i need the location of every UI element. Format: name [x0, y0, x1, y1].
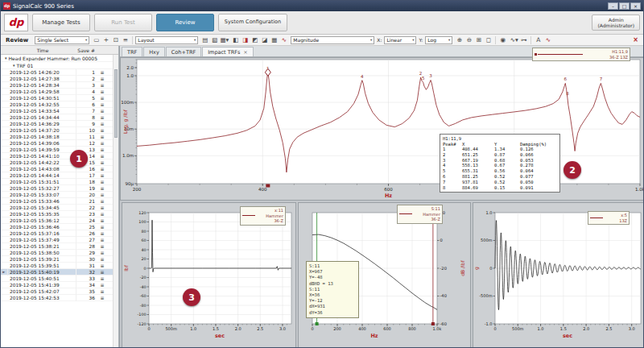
row-menu-icon[interactable]: ≡ — [97, 211, 107, 218]
peak-cursor-icon[interactable]: ∿▾ — [510, 35, 518, 44]
row-menu-icon[interactable]: ≡ — [97, 179, 107, 185]
menu-icon[interactable]: ≡ — [121, 35, 130, 44]
row-menu-icon[interactable]: ≡ — [97, 102, 107, 108]
row-menu-icon[interactable]: ≡ — [97, 114, 107, 121]
legend-response-time[interactable]: x:5 13Z — [588, 211, 630, 225]
harmonic-cursor-icon[interactable]: ∿ — [543, 35, 552, 44]
remove-pane-icon[interactable]: ◨ — [241, 35, 250, 44]
chart-tab-hxy[interactable]: Hxy — [143, 47, 165, 56]
layout-list-icon[interactable]: ▦▾ — [220, 35, 229, 44]
y-scale-combo[interactable]: Log ▾ — [425, 36, 452, 44]
zoom-in-icon[interactable]: ⊕ — [455, 35, 464, 44]
hammer-time-chart[interactable]: 0500m1.01.52.02.53.0120100806040200-20-4… — [122, 202, 296, 348]
chart-tab-trf[interactable]: TRF — [122, 47, 142, 56]
close-chart-icon[interactable]: × — [633, 36, 638, 44]
pane-right-icon[interactable]: ◪ — [260, 35, 269, 44]
open-folder-icon[interactable]: ▭ — [92, 35, 101, 44]
pane-grid-icon[interactable]: ▦ — [270, 35, 279, 44]
minimize-icon[interactable]: – — [608, 2, 618, 10]
row-menu-icon[interactable]: ≡ — [97, 250, 107, 256]
row-menu-icon[interactable]: ≡ — [97, 243, 107, 250]
zoom-reset-icon[interactable]: ◻ — [484, 35, 493, 44]
tab-manage-tests[interactable]: Manage Tests — [32, 14, 90, 31]
tree-collapse-icon[interactable]: ▾ — [5, 55, 7, 61]
cursor-readout[interactable]: S:11X=967Y=-48dBHD = 13S:11X=36Y=-12dX=9… — [306, 261, 359, 318]
row-menu-icon[interactable]: ≡ — [97, 192, 107, 198]
row-menu-icon[interactable]: ≡ — [97, 95, 107, 102]
row-menu-icon[interactable]: ≡ — [97, 185, 107, 192]
tree-collapse-icon[interactable]: ▾ — [13, 62, 15, 68]
scrollbar-thumb[interactable] — [114, 69, 118, 138]
panel-splitter[interactable] — [119, 46, 120, 347]
row-menu-icon[interactable]: ≡ — [97, 160, 107, 166]
export-icon[interactable]: ⊡ — [111, 35, 120, 44]
legend-frf[interactable]: H1:11,9 36-Z 13Z — [532, 48, 630, 61]
row-menu-icon[interactable]: ≡ — [97, 76, 107, 82]
column-header-time[interactable]: Time — [8, 48, 76, 53]
overlay-trace-icon[interactable]: ∿ — [279, 35, 288, 44]
sidebar-scrollbar[interactable] — [113, 55, 118, 347]
row-menu-icon[interactable]: ≡ — [97, 256, 107, 263]
open-layout-icon[interactable]: ▧ — [210, 35, 219, 44]
frf-plot[interactable]: 2.01.0100m10m1.0m90µ2004006001.0k1234567… — [121, 58, 644, 200]
response-time-plot[interactable]: 0500m1.01.52.02.53.01.0500m0-500m-1.0sec… — [473, 203, 644, 348]
row-menu-icon[interactable]: ≡ — [97, 198, 107, 205]
row-menu-icon[interactable]: ≡ — [97, 166, 107, 172]
maximize-icon[interactable]: □ — [619, 2, 630, 10]
admin-button[interactable]: Admin (Administrator) — [592, 14, 640, 31]
legend-hammer-time[interactable]: x:11 Hammer 36-Z — [240, 206, 286, 226]
close-icon[interactable]: × — [630, 2, 641, 10]
close-tab-icon[interactable]: × — [243, 49, 247, 56]
select-mode-combo[interactable]: Single Select ▾ — [35, 36, 89, 44]
x-scale-combo[interactable]: Linear ▾ — [384, 36, 416, 44]
legend-force-spectrum[interactable]: S:11 Hammer 36-Z — [397, 205, 443, 224]
row-menu-icon[interactable]: ≡ — [97, 108, 107, 114]
layout-combo[interactable]: Layout ▾ — [135, 36, 198, 44]
row-menu-icon[interactable]: ≡ — [97, 172, 107, 179]
table-row[interactable]: 2019-12-05 15:42:5336≡ — [1, 295, 118, 301]
peak-table[interactable]: H1:11,9 Peak# X Y Damping(%) 1408.441.34… — [440, 134, 560, 193]
row-menu-icon[interactable]: ≡ — [97, 269, 107, 276]
row-menu-icon[interactable]: ≡ — [97, 89, 107, 95]
row-menu-icon[interactable]: ≡ — [97, 276, 107, 282]
tab-review[interactable]: Review — [156, 14, 214, 31]
frf-chart[interactable]: 2.01.0100m10m1.0m90µ2004006001.0k1234567… — [120, 57, 644, 201]
row-menu-icon[interactable]: ≡ — [97, 121, 107, 127]
row-menu-icon[interactable]: ≡ — [97, 153, 107, 160]
row-menu-icon[interactable]: ≡ — [97, 282, 107, 288]
row-menu-icon[interactable]: ≡ — [97, 127, 107, 134]
row-time: 2019-12-05 15:34:45 — [8, 205, 76, 211]
row-menu-icon[interactable]: ≡ — [97, 224, 107, 230]
row-menu-icon[interactable]: ≡ — [97, 134, 107, 140]
row-menu-icon[interactable]: ≡ — [97, 218, 107, 224]
row-menu-icon[interactable]: ≡ — [97, 263, 107, 269]
link-cursor-icon[interactable]: ⊶ — [519, 35, 528, 44]
row-menu-icon[interactable]: ≡ — [97, 205, 107, 211]
response-time-chart[interactable]: 0500m1.01.52.02.53.01.0500m0-500m-1.0sec… — [473, 202, 644, 348]
chart-tab-impact-trfs[interactable]: Impact TRFs × — [202, 47, 254, 56]
zoom-box-icon[interactable]: ⊞ — [474, 35, 483, 44]
force-spectrum-chart[interactable]: 02004006008001.0k200-20-40-60HzdB /lbf S… — [298, 202, 471, 348]
row-menu-icon[interactable]: ≡ — [97, 288, 107, 295]
row-menu-icon[interactable]: ≡ — [97, 140, 107, 147]
zoom-out-icon[interactable]: ⊖ — [464, 35, 473, 44]
new-layout-icon[interactable]: ▤ — [200, 35, 209, 44]
chart-tab-coh-trf[interactable]: Coh+TRF — [166, 47, 201, 56]
row-menu-icon[interactable]: ≡ — [97, 82, 107, 89]
row-menu-icon[interactable]: ≡ — [97, 230, 107, 237]
row-menu-icon[interactable]: ≡ — [97, 147, 107, 153]
row-menu-icon[interactable]: ≡ — [97, 69, 107, 76]
row-menu-icon[interactable]: ≡ — [97, 237, 107, 243]
pane-left-icon[interactable]: ◩ — [250, 35, 259, 44]
column-header-save[interactable]: Save # — [76, 48, 97, 53]
add-icon[interactable]: + — [101, 35, 110, 44]
visibility-icon[interactable]: ◉ — [498, 35, 507, 44]
tree-node-run[interactable]: ▾ Head Expander Hammer: Run 00005 — [1, 55, 118, 62]
tab-run-test[interactable]: Run Test — [94, 14, 152, 31]
function-combo[interactable]: Magnitude ▾ — [291, 36, 374, 44]
tab-system-configuration[interactable]: System Configuration — [218, 14, 287, 31]
row-menu-icon[interactable]: ≡ — [97, 295, 107, 301]
add-pane-icon[interactable]: ◧ — [231, 35, 240, 44]
x-scale-value: Linear — [386, 37, 402, 43]
annotation-icon[interactable]: A — [534, 35, 543, 44]
